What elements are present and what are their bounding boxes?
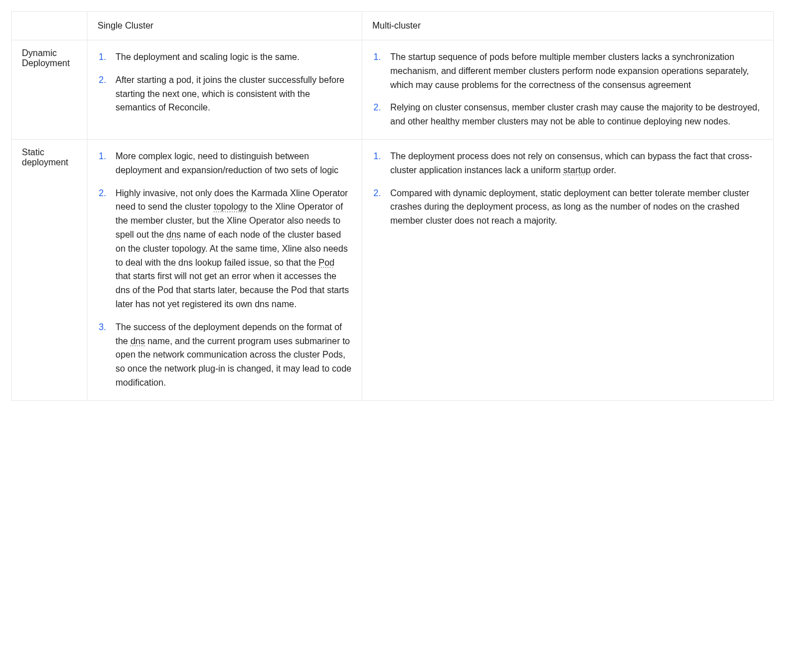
table-header-row: Single Cluster Multi-cluster [12, 12, 774, 40]
spellcheck-word: Pod [318, 258, 334, 267]
cell-static-multi: The deployment process does not rely on … [362, 139, 774, 400]
cell-dynamic-multi: The startup sequence of pods before mult… [362, 40, 774, 140]
list-item: Relying on cluster consensus, member clu… [390, 101, 763, 129]
list-static-single: More complex logic, need to distinguish … [98, 150, 352, 390]
list-item: More complex logic, need to distinguish … [116, 150, 352, 178]
list-item: Highly invasive, not only does the Karma… [116, 187, 352, 312]
list-item: The deployment process does not rely on … [390, 150, 763, 178]
header-multi-cluster: Multi-cluster [362, 12, 774, 40]
deployment-comparison-table: Single Cluster Multi-cluster Dynamic Dep… [11, 11, 774, 401]
row-label-dynamic: Dynamic Deployment [12, 40, 87, 140]
list-dynamic-multi: The startup sequence of pods before mult… [372, 50, 763, 129]
row-label-static: Static deployment [12, 139, 87, 400]
spellcheck-word: dns [131, 336, 145, 346]
list-item: The success of the deployment depends on… [116, 321, 352, 390]
list-item: The startup sequence of pods before mult… [390, 50, 763, 92]
spellcheck-word: startup [564, 165, 591, 175]
cell-static-single: More complex logic, need to distinguish … [87, 139, 362, 400]
list-item: After starting a pod, it joins the clust… [116, 73, 352, 115]
list-item: The deployment and scaling logic is the … [116, 50, 352, 64]
list-dynamic-single: The deployment and scaling logic is the … [98, 50, 352, 115]
table-row-dynamic: Dynamic Deployment The deployment and sc… [12, 40, 774, 140]
header-single-cluster: Single Cluster [87, 12, 362, 40]
cell-dynamic-single: The deployment and scaling logic is the … [87, 40, 362, 140]
table-row-static: Static deployment More complex logic, ne… [12, 139, 774, 400]
spellcheck-word: dns [167, 230, 181, 239]
spellcheck-word: topology [214, 202, 248, 211]
list-item: Compared with dynamic deployment, static… [390, 187, 763, 228]
header-blank [12, 12, 87, 40]
list-static-multi: The deployment process does not rely on … [372, 150, 763, 228]
